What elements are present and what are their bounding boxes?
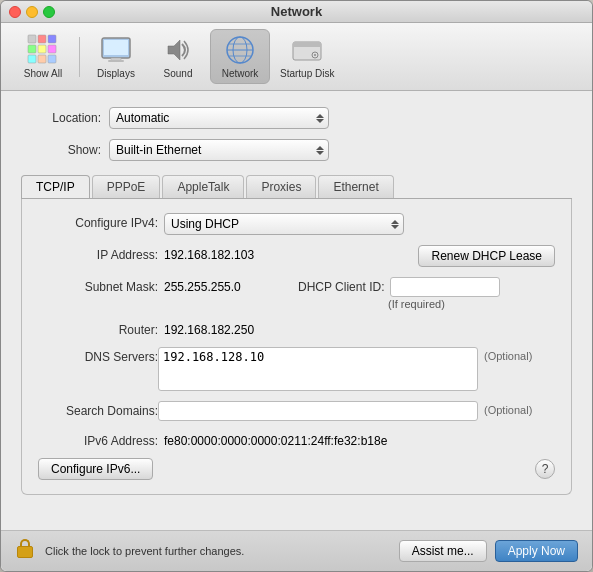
help-button[interactable]: ? [535, 459, 555, 479]
location-select[interactable]: Automatic [109, 107, 329, 129]
dhcp-client-id-input[interactable] [390, 277, 500, 297]
subnet-mask-value: 255.255.255.0 [158, 277, 288, 294]
router-value: 192.168.182.250 [158, 320, 254, 337]
ip-address-value: 192.168.182.103 [158, 245, 418, 262]
subnet-mask-row: Subnet Mask: 255.255.255.0 DHCP Client I… [38, 277, 555, 310]
arrow-up-icon [391, 220, 399, 224]
arrow-down-icon [316, 119, 324, 123]
lock-icon[interactable] [15, 539, 35, 563]
router-label: Router: [38, 320, 158, 337]
toolbar-displays[interactable]: Displays [86, 30, 146, 83]
svg-rect-0 [28, 35, 36, 43]
svg-rect-10 [104, 40, 128, 55]
svg-rect-20 [293, 42, 321, 47]
close-button[interactable] [9, 6, 21, 18]
toolbar: Show All Displays S [1, 23, 592, 91]
toolbar-show-all[interactable]: Show All [13, 30, 73, 83]
svg-marker-13 [168, 40, 180, 60]
svg-rect-12 [108, 60, 124, 62]
tab-bar: TCP/IP PPPoE AppleTalk Proxies Ethernet [21, 175, 572, 199]
search-optional-text: (Optional) [478, 401, 532, 416]
show-label: Show: [21, 143, 101, 157]
sound-label: Sound [164, 68, 193, 79]
titlebar: Network [1, 1, 592, 23]
window-title: Network [271, 4, 322, 19]
system-preferences-window: Network Show All [0, 0, 593, 572]
lock-shackle [20, 539, 30, 546]
lock-body [17, 546, 33, 558]
dns-servers-label: DNS Servers: [38, 347, 158, 364]
startup-disk-icon [291, 34, 323, 66]
router-row: Router: 192.168.182.250 [38, 320, 555, 337]
dhcp-client-id-label: DHCP Client ID: [298, 280, 384, 294]
configure-ipv4-select[interactable]: Using DHCP [164, 213, 404, 235]
minimize-button[interactable] [26, 6, 38, 18]
tab-ethernet[interactable]: Ethernet [318, 175, 393, 198]
svg-rect-6 [28, 55, 36, 63]
location-row: Location: Automatic [21, 107, 572, 129]
dhcp-required-text: (If required) [298, 298, 500, 310]
tabs-container: TCP/IP PPPoE AppleTalk Proxies Ethernet … [21, 171, 572, 495]
ip-address-label: IP Address: [38, 245, 158, 262]
svg-rect-1 [38, 35, 46, 43]
toolbar-network[interactable]: Network [210, 29, 270, 84]
svg-rect-7 [38, 55, 46, 63]
arrow-up-icon [316, 114, 324, 118]
main-content: Location: Automatic Show: Built-in Ether… [1, 91, 592, 530]
dns-optional-text: (Optional) [478, 347, 532, 362]
configure-ipv4-arrow [391, 219, 399, 230]
bottom-bar: Click the lock to prevent further change… [1, 530, 592, 571]
svg-rect-5 [48, 45, 56, 53]
apply-now-button[interactable]: Apply Now [495, 540, 578, 562]
subnet-mask-label: Subnet Mask: [38, 277, 158, 294]
arrow-down-icon [391, 225, 399, 229]
show-select[interactable]: Built-in Ethernet [109, 139, 329, 161]
search-domains-row: Search Domains: (Optional) [38, 401, 555, 421]
show-all-label: Show All [24, 68, 62, 79]
assist-me-button[interactable]: Assist me... [399, 540, 487, 562]
tab-appletalk[interactable]: AppleTalk [162, 175, 244, 198]
network-label: Network [222, 68, 259, 79]
location-label: Location: [21, 111, 101, 125]
configure-ipv6-row: Configure IPv6... ? [38, 458, 555, 480]
titlebar-buttons [9, 6, 55, 18]
startup-disk-label: Startup Disk [280, 68, 334, 79]
search-domains-input[interactable] [158, 401, 478, 421]
svg-point-22 [314, 54, 316, 56]
show-row: Show: Built-in Ethernet [21, 139, 572, 161]
toolbar-startup-disk[interactable]: Startup Disk [272, 30, 342, 83]
lock-message: Click the lock to prevent further change… [45, 545, 389, 557]
configure-ipv4-label: Configure IPv4: [38, 213, 158, 230]
bottom-buttons: Assist me... Apply Now [399, 540, 578, 562]
toolbar-sound[interactable]: Sound [148, 30, 208, 83]
svg-rect-4 [38, 45, 46, 53]
ipv6-address-value: fe80:0000:0000:0000:0211:24ff:fe32:b18e [158, 431, 387, 448]
toolbar-separator-1 [79, 37, 80, 77]
network-icon [224, 34, 256, 66]
arrow-down-icon [316, 151, 324, 155]
displays-label: Displays [97, 68, 135, 79]
tab-tcp-ip[interactable]: TCP/IP [21, 175, 90, 198]
sound-icon [162, 34, 194, 66]
tcp-ip-panel: Configure IPv4: Using DHCP IP Addres [21, 199, 572, 495]
maximize-button[interactable] [43, 6, 55, 18]
show-all-icon [27, 34, 59, 66]
renew-dhcp-button[interactable]: Renew DHCP Lease [418, 245, 555, 267]
tab-pppoe[interactable]: PPPoE [92, 175, 161, 198]
displays-icon [100, 34, 132, 66]
search-domains-label: Search Domains: [38, 401, 158, 418]
ipv6-address-row: IPv6 Address: fe80:0000:0000:0000:0211:2… [38, 431, 555, 448]
ipv6-address-label: IPv6 Address: [38, 431, 158, 448]
svg-rect-3 [28, 45, 36, 53]
ip-address-row: IP Address: 192.168.182.103 Renew DHCP L… [38, 245, 555, 267]
location-select-arrow [316, 113, 324, 124]
dns-servers-row: DNS Servers: (Optional) [38, 347, 555, 391]
tab-proxies[interactable]: Proxies [246, 175, 316, 198]
svg-rect-8 [48, 55, 56, 63]
configure-ipv4-row: Configure IPv4: Using DHCP [38, 213, 555, 235]
arrow-up-icon [316, 146, 324, 150]
show-select-arrow [316, 145, 324, 156]
configure-ipv6-button[interactable]: Configure IPv6... [38, 458, 153, 480]
svg-rect-2 [48, 35, 56, 43]
dns-servers-input[interactable] [158, 347, 478, 391]
